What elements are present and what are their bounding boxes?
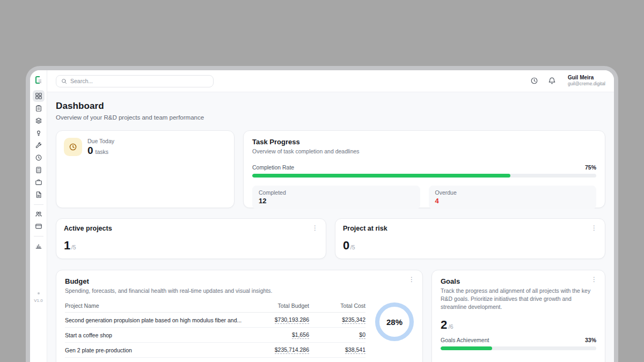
clipboard-icon: [35, 105, 42, 112]
task-progress-card: Task Progress Overview of task completio…: [243, 130, 605, 208]
goals-progress-bar: [441, 346, 596, 350]
user-name: Guil Meira: [568, 75, 605, 81]
total-budget-value[interactable]: $1,656: [292, 331, 309, 339]
user-email: guil@creme.digital: [568, 81, 605, 87]
project-name-cell: Start a coffee shop: [65, 332, 247, 338]
sidebar-item-dashboard[interactable]: [33, 90, 45, 102]
wrench-icon: [35, 142, 42, 149]
column-total-cost: Total Cost: [309, 302, 365, 309]
total-cost-value[interactable]: $0: [359, 331, 365, 339]
sidebar-item-reports[interactable]: [33, 240, 45, 252]
project-at-risk-card: Project at risk ⋮ 0 /5: [335, 218, 605, 259]
goals-title: Goals: [441, 277, 596, 285]
page-title: Dashboard: [56, 101, 605, 112]
budget-subtitle: Spending, forecasts, and financial healt…: [65, 287, 414, 295]
budget-title: Budget: [65, 277, 414, 285]
completed-value: 12: [259, 197, 414, 205]
sidebar-item-layers[interactable]: [33, 115, 45, 127]
status-dot: [38, 292, 40, 294]
task-progress-subtitle: Overview of task completion and deadline…: [252, 147, 596, 156]
search-icon: [61, 78, 67, 84]
budget-table-row[interactable]: Second generation propulsion plate based…: [65, 313, 365, 328]
due-today-card: Due Today 0 tasks: [56, 130, 235, 208]
overdue-stat: Overdue 4: [429, 186, 597, 209]
credit-card-icon: [35, 223, 42, 230]
version-label: V1.0: [34, 298, 42, 303]
budget-usage-gauge: 28%: [375, 302, 414, 341]
project-name-cell: Second generation propulsion plate based…: [65, 317, 247, 323]
app-logo-icon[interactable]: [34, 75, 43, 85]
budget-usage-percent: 28%: [386, 317, 402, 327]
total-budget-value[interactable]: $235,714.286: [275, 346, 309, 354]
completion-progress-bar: [252, 174, 596, 178]
clock-icon: [35, 154, 42, 161]
completed-label: Completed: [259, 189, 414, 196]
sidebar-item-documents[interactable]: [33, 189, 45, 201]
document-icon: [35, 191, 42, 198]
budget-table-row[interactable]: Start a coffee shop $1,656 $0: [65, 328, 365, 343]
budget-card: Budget ⋮ Spending, forecasts, and financ…: [56, 270, 423, 362]
sidebar-item-time[interactable]: [33, 152, 45, 164]
due-today-clock-icon: [64, 138, 82, 156]
budget-table-row[interactable]: Gen 2 plate pre-production $235,714.286 …: [65, 343, 365, 358]
column-total-budget: Total Budget: [247, 302, 309, 309]
active-projects-total: /5: [71, 244, 76, 250]
goals-total: /6: [449, 323, 453, 330]
total-cost-value[interactable]: $235,342: [342, 316, 365, 324]
total-cost-value[interactable]: $38,541: [345, 346, 365, 354]
dashboard-content: Dashboard Overview of your R&D projects …: [47, 92, 614, 362]
notifications-bell-icon[interactable]: [548, 77, 557, 85]
overdue-value: 4: [435, 197, 590, 205]
sidebar: V1.0: [30, 70, 47, 362]
completion-progress-fill: [252, 174, 510, 178]
goals-value: 2: [441, 318, 447, 332]
goals-achievement-value: 33%: [585, 337, 596, 343]
calculator-icon: [35, 166, 42, 174]
due-today-label: Due Today: [87, 138, 114, 144]
sidebar-item-ideas[interactable]: [33, 127, 45, 139]
task-progress-title: Task Progress: [252, 138, 596, 146]
sidebar-item-team[interactable]: [33, 208, 45, 220]
users-icon: [35, 210, 42, 218]
layers-icon: [35, 117, 42, 124]
kebab-menu-icon[interactable]: ⋮: [310, 224, 320, 232]
sidebar-item-calculator[interactable]: [33, 164, 45, 176]
sidebar-item-billing[interactable]: [33, 220, 45, 232]
project-at-risk-value: 0: [343, 239, 349, 253]
sidebar-divider: [34, 204, 43, 205]
dashboard-grid-icon: [35, 92, 42, 100]
search-field[interactable]: [70, 78, 208, 84]
kebab-menu-icon[interactable]: ⋮: [589, 275, 599, 284]
active-projects-value: 1: [64, 239, 70, 253]
project-at-risk-title: Project at risk: [343, 225, 597, 232]
search-input[interactable]: [56, 75, 214, 87]
total-budget-value[interactable]: $730,193.286: [275, 316, 309, 324]
sidebar-item-portfolio[interactable]: [33, 176, 45, 188]
goals-achievement-label: Goals Achievement: [441, 337, 489, 343]
budget-table: Project Name Total Budget Total Cost Sec…: [65, 302, 365, 362]
completion-rate-value: 75%: [585, 164, 596, 171]
top-bar: Guil Meira guil@creme.digital: [47, 70, 614, 92]
goals-progress-fill: [441, 346, 492, 350]
sidebar-divider: [34, 236, 43, 237]
user-menu[interactable]: Guil Meira guil@creme.digital: [568, 75, 605, 87]
sidebar-item-tasks[interactable]: [33, 102, 45, 114]
kebab-menu-icon[interactable]: ⋮: [407, 275, 416, 284]
budget-table-row[interactable]: Creighton Beryllium mine project $0 $0: [65, 358, 365, 362]
sidebar-item-tools[interactable]: [33, 139, 45, 151]
project-at-risk-total: /5: [350, 244, 355, 250]
briefcase-icon: [35, 179, 42, 186]
column-project-name: Project Name: [65, 302, 247, 309]
completed-stat: Completed 12: [252, 186, 420, 209]
lightbulb-icon: [35, 129, 42, 137]
due-today-value: 0: [87, 145, 93, 157]
active-projects-card: Active projects ⋮ 1 /5: [56, 218, 326, 259]
active-projects-title: Active projects: [64, 225, 318, 232]
history-clock-icon[interactable]: [530, 77, 539, 85]
kebab-menu-icon[interactable]: ⋮: [589, 224, 599, 232]
page-subtitle: Overview of your R&D projects and team p…: [56, 114, 605, 121]
completion-rate-label: Completion Rate: [252, 164, 294, 171]
due-today-unit: tasks: [96, 149, 109, 155]
budget-table-header: Project Name Total Budget Total Cost: [65, 302, 365, 313]
project-name-cell: Gen 2 plate pre-production: [65, 347, 247, 353]
